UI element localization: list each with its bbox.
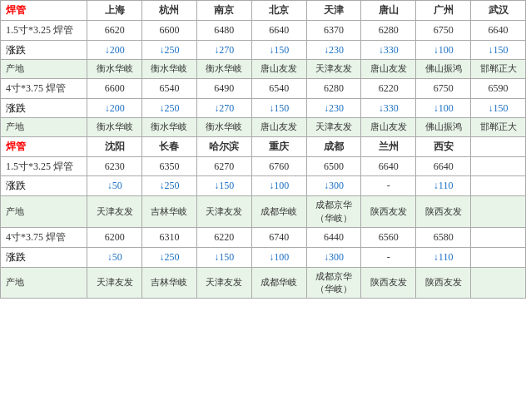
rise-s3-r1-c3: ↓150 <box>196 176 251 196</box>
val-s2-r1-c2: 6540 <box>142 78 197 98</box>
rise-row-3: 涨跌 ↓50 ↓250 ↓150 ↓100 ↓300 - ↓110 <box>1 176 526 196</box>
val-s3-r1-c6: 6640 <box>361 156 416 176</box>
origin-s2-r1-c2: 衡水华岐 <box>142 118 197 136</box>
header-row-2: 焊管 沈阳 长春 哈尔滨 重庆 成都 兰州 西安 <box>1 136 526 156</box>
origin-row-4: 产地 天津友发 吉林华岐 天津友发 成都华岐 成都京华（华岐） 陕西友发 陕西友… <box>1 267 526 299</box>
rise-s3-r1-c8 <box>471 176 526 196</box>
city-shanghai: 上海 <box>87 1 142 21</box>
origin-s4-r1-c8 <box>471 267 526 299</box>
val-s2-r1-c3: 6490 <box>196 78 251 98</box>
val-s4-r1-c6: 6560 <box>361 227 416 247</box>
val-s4-r1-c1: 6200 <box>87 227 142 247</box>
rise-s4-r1-c7: ↓110 <box>416 247 471 267</box>
val-s2-r1-c8: 6590 <box>471 78 526 98</box>
origin-s1-r1-c8: 邯郸正大 <box>471 60 526 78</box>
origin-row-2: 产地 衡水华岐 衡水华岐 衡水华岐 唐山友发 天津友发 唐山友发 佛山振鸿 邯郸… <box>1 118 526 136</box>
origin-label-3: 产地 <box>1 196 87 228</box>
city-lanzhou: 兰州 <box>361 136 416 156</box>
rise-s2-r1-c1: ↓200 <box>87 98 142 118</box>
rise-s1-r1-c3: ↓270 <box>196 40 251 60</box>
rise-s1-r1-c7: ↓100 <box>416 40 471 60</box>
rise-s4-r1-c2: ↓250 <box>142 247 197 267</box>
val-s3-r1-c7: 6640 <box>416 156 471 176</box>
val-s4-r1-c7: 6580 <box>416 227 471 247</box>
origin-s4-r1-c4: 成都华岐 <box>251 267 306 299</box>
price-table: 焊管 上海 杭州 南京 北京 天津 唐山 广州 武汉 1.5寸*3.25 焊管 … <box>0 0 526 299</box>
val-s4-r1-c3: 6220 <box>196 227 251 247</box>
rise-s4-r1-c1: ↓50 <box>87 247 142 267</box>
rise-s1-r1-c8: ↓150 <box>471 40 526 60</box>
origin-s3-r1-c5: 成都京华（华岐） <box>306 196 361 228</box>
val-s1-r1-c8: 6640 <box>471 20 526 40</box>
rise-row-4: 涨跌 ↓50 ↓250 ↓150 ↓100 ↓300 - ↓110 <box>1 247 526 267</box>
val-s2-r1-c6: 6220 <box>361 78 416 98</box>
origin-s3-r1-c4: 成都华岐 <box>251 196 306 228</box>
rise-label-2: 涨跌 <box>1 98 87 118</box>
rise-s2-r1-c4: ↓150 <box>251 98 306 118</box>
origin-s2-r1-c3: 衡水华岐 <box>196 118 251 136</box>
rise-s3-r1-c1: ↓50 <box>87 176 142 196</box>
city-empty <box>471 136 526 156</box>
product-label-4: 4寸*3.75 焊管 <box>1 227 87 247</box>
product-row-2: 4寸*3.75 焊管 6600 6540 6490 6540 6280 6220… <box>1 78 526 98</box>
val-s1-r1-c6: 6280 <box>361 20 416 40</box>
city-changchun: 长春 <box>142 136 197 156</box>
city-guangzhou: 广州 <box>416 1 471 21</box>
origin-s1-r1-c1: 衡水华岐 <box>87 60 142 78</box>
val-s2-r1-c7: 6750 <box>416 78 471 98</box>
rise-s2-r1-c5: ↓230 <box>306 98 361 118</box>
rise-s2-r1-c3: ↓270 <box>196 98 251 118</box>
val-s2-r1-c4: 6540 <box>251 78 306 98</box>
origin-s1-r1-c6: 唐山友发 <box>361 60 416 78</box>
val-s1-r1-c5: 6370 <box>306 20 361 40</box>
rise-label-3: 涨跌 <box>1 176 87 196</box>
city-tianjin: 天津 <box>306 1 361 21</box>
val-s2-r1-c1: 6600 <box>87 78 142 98</box>
rise-s1-r1-c5: ↓230 <box>306 40 361 60</box>
product-label-1: 1.5寸*3.25 焊管 <box>1 20 87 40</box>
origin-s1-r1-c7: 佛山振鸿 <box>416 60 471 78</box>
header-label-2: 焊管 <box>1 136 87 156</box>
rise-s4-r1-c8 <box>471 247 526 267</box>
origin-row-1: 产地 衡水华岐 衡水华岐 衡水华岐 唐山友发 天津友发 唐山友发 佛山振鸿 邯郸… <box>1 60 526 78</box>
rise-s1-r1-c2: ↓250 <box>142 40 197 60</box>
rise-s4-r1-c3: ↓150 <box>196 247 251 267</box>
origin-s3-r1-c6: 陕西友发 <box>361 196 416 228</box>
origin-label-4: 产地 <box>1 267 87 299</box>
product-row-1: 1.5寸*3.25 焊管 6620 6600 6480 6640 6370 62… <box>1 20 526 40</box>
city-hangzhou: 杭州 <box>142 1 197 21</box>
origin-s3-r1-c8 <box>471 196 526 228</box>
origin-row-3: 产地 天津友发 吉林华岐 天津友发 成都华岐 成都京华（华岐） 陕西友发 陕西友… <box>1 196 526 228</box>
origin-s4-r1-c1: 天津友发 <box>87 267 142 299</box>
welding-pipe-label-2: 焊管 <box>6 141 26 152</box>
rise-s4-r1-c6: - <box>361 247 416 267</box>
val-s1-r1-c7: 6750 <box>416 20 471 40</box>
city-tangshan: 唐山 <box>361 1 416 21</box>
origin-s2-r1-c1: 衡水华岐 <box>87 118 142 136</box>
origin-s4-r1-c2: 吉林华岐 <box>142 267 197 299</box>
city-nanjing: 南京 <box>196 1 251 21</box>
origin-s2-r1-c7: 佛山振鸿 <box>416 118 471 136</box>
rise-s4-r1-c5: ↓300 <box>306 247 361 267</box>
rise-label-1: 涨跌 <box>1 40 87 60</box>
origin-s4-r1-c5: 成都京华（华岐） <box>306 267 361 299</box>
city-chengdu: 成都 <box>306 136 361 156</box>
rise-s3-r1-c6: - <box>361 176 416 196</box>
header-row-1: 焊管 上海 杭州 南京 北京 天津 唐山 广州 武汉 <box>1 1 526 21</box>
origin-s4-r1-c3: 天津友发 <box>196 267 251 299</box>
rise-row-1: 涨跌 ↓200 ↓250 ↓270 ↓150 ↓230 ↓330 ↓100 ↓1… <box>1 40 526 60</box>
rise-s3-r1-c2: ↓250 <box>142 176 197 196</box>
city-chongqing: 重庆 <box>251 136 306 156</box>
rise-label-4: 涨跌 <box>1 247 87 267</box>
val-s1-r1-c2: 6600 <box>142 20 197 40</box>
product-label-2: 4寸*3.75 焊管 <box>1 78 87 98</box>
origin-s4-r1-c7: 陕西友发 <box>416 267 471 299</box>
rise-s1-r1-c1: ↓200 <box>87 40 142 60</box>
city-xian: 西安 <box>416 136 471 156</box>
val-s1-r1-c4: 6640 <box>251 20 306 40</box>
rise-s3-r1-c5: ↓300 <box>306 176 361 196</box>
origin-s1-r1-c4: 唐山友发 <box>251 60 306 78</box>
origin-s2-r1-c8: 邯郸正大 <box>471 118 526 136</box>
val-s3-r1-c8 <box>471 156 526 176</box>
rise-s1-r1-c4: ↓150 <box>251 40 306 60</box>
